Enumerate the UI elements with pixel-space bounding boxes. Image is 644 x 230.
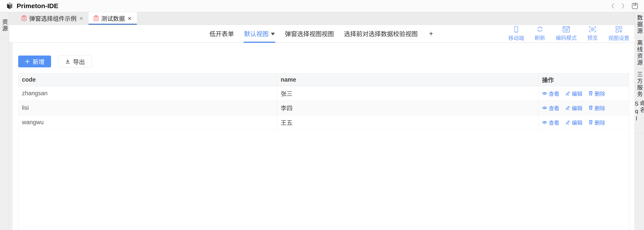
- sidebar-item-resources[interactable]: 资源: [0, 12, 9, 39]
- view-tab-label: 弹窗选择视图视图: [285, 29, 334, 38]
- column-header-code: code: [18, 74, 277, 86]
- add-button-label: 新增: [33, 57, 44, 66]
- view-tab-popup-select-view[interactable]: 弹窗选择视图视图: [285, 25, 334, 42]
- sidebar-item-label: 数据源: [636, 15, 642, 35]
- doc-tab-label: 弹窗选择组件示例: [29, 14, 76, 23]
- plus-icon: +: [429, 30, 433, 38]
- doc-tab-popup-component-example[interactable]: 弹窗选择组件示例 ×: [16, 12, 88, 25]
- app-title: Primeton-IDE: [17, 2, 58, 10]
- close-icon[interactable]: ×: [79, 15, 84, 22]
- cell-code: wangwu: [18, 115, 277, 129]
- view-row-button[interactable]: 查看: [542, 90, 560, 97]
- delete-row-button[interactable]: 删除: [588, 104, 605, 112]
- view-tab-label: 默认视图: [244, 29, 268, 38]
- topbar-actions: [611, 3, 638, 10]
- sidebar-item-datasource[interactable]: 数据源: [635, 12, 644, 37]
- view-tab-label: 选择前对选择数据校验视图: [344, 29, 418, 38]
- view-settings-button[interactable]: 视图设置: [608, 26, 629, 42]
- doc-tab-label: 测试数据: [101, 14, 125, 23]
- pencil-icon: [566, 106, 570, 110]
- brand: Primeton-IDE: [6, 2, 58, 10]
- view-row-button[interactable]: 查看: [542, 119, 560, 126]
- export-button-label: 导出: [73, 57, 85, 66]
- edit-row-button[interactable]: 编辑: [566, 104, 582, 112]
- delete-link-label: 删除: [595, 90, 605, 97]
- right-sidebar: 数据源 离线资源 三方服务 命名Sql: [634, 12, 644, 230]
- sidebar-item-label: 资源: [2, 19, 8, 32]
- app-logo-icon: [6, 2, 14, 10]
- content-area: 新增 导出: [9, 43, 634, 230]
- cell-name: 王五: [277, 115, 538, 129]
- trash-icon: [588, 120, 593, 125]
- view-tab-pre-select-validate-view[interactable]: 选择前对选择数据校验视图: [344, 25, 418, 42]
- refresh-button[interactable]: 刷新: [534, 26, 545, 41]
- cell-actions: 查看 编辑 删除: [538, 86, 629, 101]
- doc-tab-test-data[interactable]: 测试数据 ×: [88, 12, 137, 25]
- export-button[interactable]: 导出: [58, 56, 92, 67]
- edit-row-button[interactable]: 编辑: [566, 119, 582, 126]
- save-button[interactable]: [632, 3, 638, 10]
- document-tabbar: 弹窗选择组件示例 × 测试数据 ×: [9, 12, 634, 25]
- caret-down-icon[interactable]: [271, 33, 275, 35]
- pencil-icon: [566, 120, 570, 125]
- edit-link-label: 编辑: [572, 104, 582, 112]
- sidebar-item-third-party-services[interactable]: 三方服务: [635, 69, 644, 100]
- main-area: 弹窗选择组件示例 × 测试数据 ×: [9, 12, 634, 230]
- mobile-icon: [514, 26, 518, 33]
- eye-icon: [542, 106, 547, 110]
- nav-back-button[interactable]: [611, 3, 615, 9]
- view-row-button[interactable]: 查看: [542, 104, 560, 112]
- pencil-icon: [566, 91, 570, 96]
- cell-name: 张三: [277, 86, 538, 101]
- view-tab-label: 低开表单: [209, 29, 234, 38]
- data-table-container: code name 操作 zhangsan 张三: [18, 73, 629, 230]
- sidebar-item-label: 离线资源: [636, 40, 642, 66]
- view-tabs: 低开表单 默认视图 弹窗选择视图视图 选择前对选择数据校验视图 +: [209, 25, 434, 42]
- chevron-right-icon: [621, 3, 625, 9]
- app-body: 资源 弹窗选择组件示例 ×: [0, 12, 644, 230]
- plus-icon: [25, 59, 30, 64]
- action-label: 视图设置: [608, 34, 629, 42]
- trash-icon: [588, 91, 593, 96]
- sidebar-item-offline-resources[interactable]: 离线资源: [635, 37, 644, 69]
- preview-button[interactable]: 预览: [587, 26, 598, 41]
- cell-code: lisi: [18, 101, 277, 115]
- form-doc-icon: [94, 15, 99, 21]
- column-header-name: name: [277, 74, 538, 86]
- column-header-actions: 操作: [538, 74, 629, 86]
- refresh-icon: [536, 26, 543, 33]
- view-tab-default-view[interactable]: 默认视图: [244, 25, 275, 42]
- cell-name: 李四: [277, 101, 538, 115]
- close-icon[interactable]: ×: [127, 15, 132, 22]
- table-header-row: code name 操作: [18, 74, 629, 86]
- view-tab-lowcode-form[interactable]: 低开表单: [209, 25, 234, 42]
- topbar: Primeton-IDE: [0, 0, 644, 12]
- delete-row-button[interactable]: 删除: [588, 119, 605, 126]
- form-doc-icon: [21, 15, 27, 21]
- add-button[interactable]: 新增: [18, 56, 51, 67]
- table-toolbar: 新增 导出: [18, 56, 629, 67]
- download-icon: [65, 59, 70, 64]
- add-view-tab-button[interactable]: +: [428, 25, 434, 42]
- nav-forward-button[interactable]: [621, 3, 625, 9]
- edit-row-button[interactable]: 编辑: [566, 90, 582, 97]
- delete-row-button[interactable]: 删除: [588, 90, 605, 97]
- action-label: 预览: [587, 34, 598, 41]
- mobile-mode-button[interactable]: 移动端: [508, 26, 524, 42]
- view-panel: 新增 导出: [13, 43, 634, 230]
- trash-icon: [588, 105, 593, 110]
- code-mode-button[interactable]: 编码模式: [556, 26, 577, 41]
- cell-actions: 查看 编辑 删除: [538, 101, 629, 115]
- delete-link-label: 删除: [595, 104, 605, 112]
- action-label: 移动端: [508, 34, 524, 42]
- edit-link-label: 编辑: [572, 90, 582, 97]
- action-label: 刷新: [534, 34, 545, 41]
- save-icon: [632, 3, 638, 10]
- delete-link-label: 删除: [595, 119, 605, 126]
- sidebar-item-named-sql[interactable]: 命名Sql: [635, 100, 644, 133]
- eye-icon: [542, 120, 547, 124]
- view-settings-icon: [616, 26, 622, 33]
- table-row: wangwu 王五 查看: [18, 115, 629, 129]
- sidebar-item-label: 命名Sql: [634, 100, 644, 133]
- action-label: 编码模式: [556, 34, 577, 41]
